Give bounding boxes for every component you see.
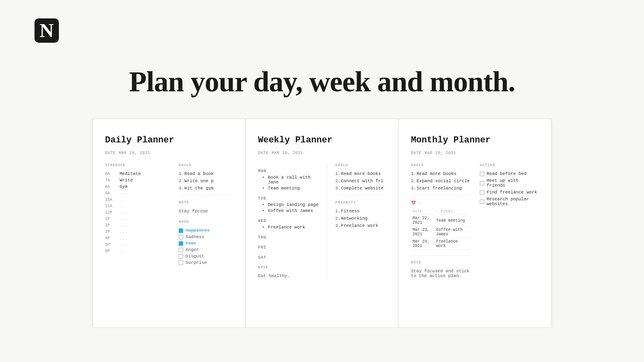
mood-label-text: Surprise	[186, 260, 207, 265]
mood-checkbox[interactable]	[179, 261, 183, 265]
weekly-col-left: MON•Book a call with Jane•Team meetingTU…	[258, 163, 327, 278]
weekly-planner-title: Weekly Planner	[258, 135, 386, 145]
weekly-note-section: NOTE Eat healthy.	[258, 265, 320, 278]
week-day-label: MON	[258, 169, 320, 173]
monthly-col-right: ACTION Read before bedMeet up with frien…	[480, 163, 539, 278]
schedule-row: 3P...	[105, 229, 171, 234]
events-header: 📅 ~	[411, 201, 470, 206]
daily-goal-item: 2.Write one p	[179, 179, 233, 183]
schedule-row: 6P...	[105, 249, 171, 253]
schedule-row: 6AMeditate	[105, 171, 171, 176]
week-day-label: TUE	[258, 196, 320, 201]
mood-checkbox[interactable]	[179, 235, 183, 239]
monthly-date-row: DATE Mar 19, 2021	[411, 151, 539, 155]
events-table: Date ↑ Event Mar 22, 2021Team meetingMar…	[411, 209, 470, 250]
mood-item: Fear	[179, 241, 233, 246]
schedule-row: 11A...	[105, 204, 171, 208]
mood-label-text: Fear	[186, 241, 196, 246]
mood-section: MOOD HappinessSadnessFearAngerDisgustSur…	[179, 220, 233, 265]
monthly-note-text: Stay focused and stick to the action pla…	[411, 269, 470, 278]
weekly-date-label: DATE	[258, 151, 268, 155]
daily-col-left: SCHEDULE 6AMeditate7AWrite8AGym9A...10A.…	[105, 163, 171, 267]
schedule-row: 4P...	[105, 236, 171, 241]
priority-item: 2.Networking	[335, 216, 386, 221]
monthly-goal-item: 1.Read more books	[411, 171, 470, 176]
mood-item: Anger	[179, 247, 233, 252]
daily-goals-list: 1.Read a book2.Write one p3.Hit the gym	[179, 171, 233, 191]
daily-goal-item: 3.Hit the gym	[179, 186, 233, 191]
events-col-event: ↑ Event	[434, 209, 470, 215]
daily-col-right: GOALS 1.Read a book2.Write one p3.Hit th…	[179, 163, 233, 267]
weekly-two-col: MON•Book a call with Jane•Team meetingTU…	[258, 163, 386, 278]
mood-item: Sadness	[179, 234, 233, 239]
mood-item: Disgust	[179, 254, 233, 259]
daily-goal-item: 1.Read a book	[179, 171, 233, 176]
events-body: Mar 22, 2021Team meetingMar 23, 2021Coff…	[411, 215, 470, 250]
action-item: Read before bed	[480, 171, 539, 176]
calendar-icon: 📅	[411, 201, 416, 206]
mood-label-text: Disgust	[186, 254, 204, 259]
hero-section: Plan your day, week and month.	[0, 57, 644, 119]
planners-container: Daily Planner DATE Mar 19, 2021 SCHEDULE…	[0, 119, 644, 328]
monthly-goal-item: 2.Expand social circle	[411, 179, 470, 183]
monthly-date-label: DATE	[411, 151, 421, 155]
action-label-text: Find freelance work	[487, 190, 537, 195]
daily-date-row: DATE Mar 19, 2021	[105, 151, 233, 155]
action-item: Find freelance work	[480, 190, 539, 195]
daily-date-value: Mar 19, 2021	[119, 151, 150, 155]
action-checkbox[interactable]	[480, 181, 484, 185]
monthly-goals-list: 1.Read more books2.Expand social circle3…	[411, 171, 470, 191]
week-day-label: SAT	[258, 255, 320, 260]
mood-list: HappinessSadnessFearAngerDisgustSurprise	[179, 228, 233, 265]
week-event: •Coffee with James	[258, 208, 320, 213]
week-event: •Freelance work	[258, 225, 320, 230]
daily-planner-card: Daily Planner DATE Mar 19, 2021 SCHEDULE…	[93, 119, 246, 328]
mood-item: Happiness	[179, 228, 233, 233]
goals-label: GOALS	[179, 163, 233, 167]
event-row: Mar 22, 2021Team meeting	[411, 215, 470, 226]
monthly-goal-item: 3.Start freelancing	[411, 186, 470, 191]
weekly-goals-label: GOALS	[335, 163, 386, 167]
events-col-date: Date	[411, 209, 434, 215]
mood-label-text: Anger	[186, 247, 199, 252]
week-days-list: MON•Book a call with Jane•Team meetingTU…	[258, 169, 320, 260]
priority-item: 3.Freelance work	[335, 223, 386, 228]
mood-checkbox[interactable]	[179, 254, 183, 259]
action-checkbox[interactable]	[480, 190, 484, 195]
daily-note-text: Stay focuse	[179, 209, 233, 214]
weekly-goal-item: 3.Complete website	[335, 186, 386, 191]
weekly-date-value: Mar 19, 2021	[272, 151, 303, 155]
mood-checkbox[interactable]	[179, 241, 183, 246]
schedule-row: 1P...	[105, 216, 171, 221]
mood-checkbox[interactable]	[179, 248, 183, 252]
priority-item: 1.Fitness	[335, 209, 386, 214]
action-checkbox[interactable]	[480, 172, 484, 176]
weekly-goals-list: 1.Read more books2.Connect with fri3.Com…	[335, 171, 386, 191]
mood-label-text: Sadness	[186, 234, 204, 239]
mood-item: Surprise	[179, 260, 233, 265]
action-checkbox[interactable]	[480, 200, 484, 204]
schedule-row: 10A...	[105, 197, 171, 202]
action-label-text: Research popular websites	[487, 197, 539, 206]
week-event: •Team meeting	[258, 186, 320, 191]
monthly-goals-label: GOALS	[411, 163, 470, 167]
daily-planner-title: Daily Planner	[105, 135, 233, 145]
mood-checkbox[interactable]	[179, 228, 183, 233]
priority-label: PRIORITY	[335, 201, 386, 205]
action-item: Meet up with friends	[480, 178, 539, 188]
schedule-row: 7AWrite	[105, 178, 171, 183]
weekly-goal-item: 1.Read more books	[335, 171, 386, 176]
schedule-row: 9A...	[105, 191, 171, 195]
schedule-row: 12P...	[105, 210, 171, 215]
svg-text:N: N	[39, 19, 54, 41]
weekly-date-row: DATE Mar 19, 2021	[258, 151, 386, 155]
action-item: Research popular websites	[480, 197, 539, 206]
schedule-list: 6AMeditate7AWrite8AGym9A...10A...11A...1…	[105, 171, 171, 253]
weekly-col-right: GOALS 1.Read more books2.Connect with fr…	[335, 163, 386, 278]
weekly-goal-item: 2.Connect with fri	[335, 179, 386, 183]
weekly-note-text: Eat healthy.	[258, 274, 320, 278]
weekly-note-label: NOTE	[258, 265, 320, 269]
weekly-planner-card: Weekly Planner DATE Mar 19, 2021 MON•Boo…	[246, 119, 398, 328]
event-row: Mar 23, 2021Coffee with James	[411, 226, 470, 238]
action-label-text: Read before bed	[487, 171, 526, 176]
